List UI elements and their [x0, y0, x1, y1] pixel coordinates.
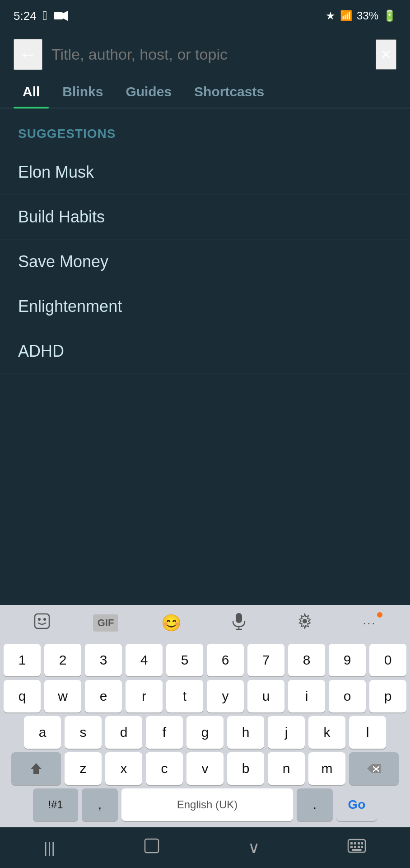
nav-back-button[interactable]: ||| — [35, 835, 64, 861]
suggestion-adhd[interactable]: ADHD — [0, 329, 410, 374]
svg-rect-14 — [350, 842, 353, 844]
backspace-key[interactable] — [349, 752, 399, 785]
sticker-button[interactable] — [27, 609, 57, 637]
number-row: 1 2 3 4 5 6 7 8 9 0 — [2, 644, 408, 676]
nav-home-button[interactable] — [134, 832, 170, 863]
asdf-row: a s d f g h j k l — [2, 716, 408, 749]
keyboard-icon — [347, 839, 366, 853]
svg-rect-20 — [358, 846, 360, 848]
shift-key[interactable] — [11, 752, 61, 785]
key-f[interactable]: f — [146, 716, 183, 749]
shift-icon — [29, 762, 43, 775]
suggestion-build-habits[interactable]: Build Habits — [0, 195, 410, 240]
svg-rect-2 — [35, 614, 49, 628]
key-7[interactable]: 7 — [247, 644, 284, 676]
symbols-key[interactable]: !#1 — [33, 788, 78, 821]
svg-point-8 — [303, 619, 307, 623]
key-g[interactable]: g — [186, 716, 224, 749]
suggestions-area: Suggestions Elon Musk Build Habits Save … — [0, 108, 410, 605]
key-h[interactable]: h — [227, 716, 264, 749]
tab-guides[interactable]: Guides — [116, 84, 181, 108]
status-bar: 5:24  ★ 📶 33% 🔋 — [0, 0, 410, 32]
key-8[interactable]: 8 — [288, 644, 325, 676]
nav-down-button[interactable]: ∨ — [239, 834, 269, 862]
key-z[interactable]: z — [65, 752, 102, 785]
clear-button[interactable]: × — [376, 39, 396, 70]
key-p[interactable]: p — [369, 680, 406, 712]
battery-text: 33% — [357, 9, 378, 22]
key-u[interactable]: u — [247, 680, 284, 712]
key-q[interactable]: q — [4, 680, 41, 712]
battery-icon: 🔋 — [383, 9, 396, 22]
tab-shortcasts[interactable]: Shortcasts — [185, 84, 273, 108]
svg-rect-5 — [236, 613, 242, 623]
svg-marker-1 — [63, 11, 68, 21]
tab-blinks[interactable]: Blinks — [53, 84, 112, 108]
key-b[interactable]: b — [227, 752, 264, 785]
back-button[interactable]: ← — [14, 39, 42, 70]
facebook-icon:  — [43, 9, 47, 23]
svg-rect-18 — [350, 846, 353, 848]
key-9[interactable]: 9 — [329, 644, 366, 676]
key-2[interactable]: 2 — [44, 644, 81, 676]
key-s[interactable]: s — [65, 716, 102, 749]
gif-button[interactable]: GIF — [93, 614, 119, 632]
search-bar: ← × — [0, 32, 410, 77]
key-j[interactable]: j — [268, 716, 305, 749]
tab-all[interactable]: All — [14, 84, 49, 108]
period-key[interactable]: . — [297, 788, 333, 821]
spacebar-key[interactable]: English (UK) — [121, 788, 293, 821]
comma-key[interactable]: , — [82, 788, 118, 821]
settings-icon — [297, 613, 313, 629]
zxcv-row: z x c v b n m — [2, 752, 408, 785]
search-input-container[interactable] — [51, 46, 367, 63]
emoji-button[interactable]: 😊 — [154, 609, 189, 637]
qwerty-row: q w e r t y u i o p — [2, 680, 408, 712]
suggestion-enlightenment[interactable]: Enlightenment — [0, 284, 410, 329]
svg-rect-22 — [352, 849, 362, 851]
search-input[interactable] — [51, 46, 367, 63]
keyboard: 1 2 3 4 5 6 7 8 9 0 q w e r t y u i o p … — [0, 641, 410, 827]
key-w[interactable]: w — [44, 680, 81, 712]
key-l[interactable]: l — [349, 716, 386, 749]
key-y[interactable]: y — [207, 680, 244, 712]
key-m[interactable]: m — [308, 752, 345, 785]
home-icon — [143, 837, 161, 855]
svg-rect-12 — [145, 839, 158, 853]
key-c[interactable]: c — [146, 752, 183, 785]
nav-keyboard-button[interactable] — [338, 834, 375, 861]
status-left: 5:24  — [14, 9, 68, 23]
svg-point-3 — [38, 618, 41, 621]
suggestions-heading: Suggestions — [0, 122, 410, 150]
bluetooth-icon: ★ — [326, 9, 335, 22]
key-1[interactable]: 1 — [4, 644, 41, 676]
key-t[interactable]: t — [166, 680, 203, 712]
go-key[interactable]: Go — [336, 788, 377, 821]
key-v[interactable]: v — [186, 752, 224, 785]
suggestion-elon-musk[interactable]: Elon Musk — [0, 150, 410, 195]
backspace-icon — [366, 762, 382, 775]
suggestion-save-money[interactable]: Save Money — [0, 240, 410, 284]
key-d[interactable]: d — [105, 716, 142, 749]
key-n[interactable]: n — [268, 752, 305, 785]
key-r[interactable]: r — [126, 680, 163, 712]
key-e[interactable]: e — [85, 680, 122, 712]
key-a[interactable]: a — [24, 716, 61, 749]
key-0[interactable]: 0 — [369, 644, 406, 676]
key-x[interactable]: x — [105, 752, 142, 785]
key-o[interactable]: o — [329, 680, 366, 712]
key-6[interactable]: 6 — [207, 644, 244, 676]
settings-button[interactable] — [289, 609, 320, 637]
video-icon — [54, 11, 68, 21]
tabs-bar: All Blinks Guides Shortcasts — [0, 77, 410, 108]
key-k[interactable]: k — [308, 716, 345, 749]
key-4[interactable]: 4 — [126, 644, 163, 676]
key-5[interactable]: 5 — [166, 644, 203, 676]
key-3[interactable]: 3 — [85, 644, 122, 676]
mic-button[interactable] — [224, 608, 254, 638]
keyboard-toolbar: GIF 😊 ··· — [0, 605, 410, 641]
gif-label: GIF — [98, 617, 114, 628]
svg-rect-16 — [358, 842, 360, 844]
key-i[interactable]: i — [288, 680, 325, 712]
mic-icon — [231, 612, 247, 630]
